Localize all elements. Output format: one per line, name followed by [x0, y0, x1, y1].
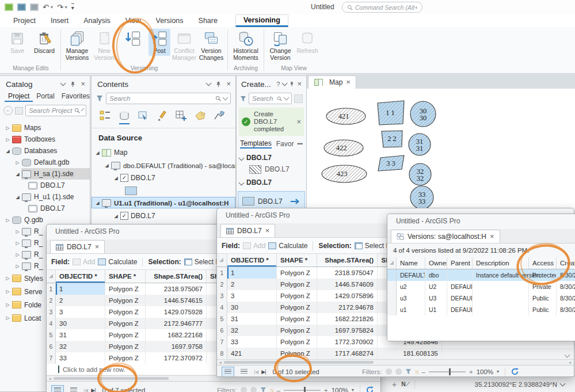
- version-row[interactable]: DEFAULTdboInstance default version.Prote…: [387, 269, 575, 281]
- paste-icon[interactable]: [294, 94, 303, 103]
- catalog-item-databases[interactable]: ◢Databases: [0, 145, 90, 157]
- form-view-button[interactable]: [238, 367, 250, 377]
- table-view-button[interactable]: [51, 385, 64, 392]
- perspective-icon[interactable]: [214, 111, 225, 121]
- next-record-icon[interactable]: ▶|: [91, 387, 95, 392]
- catalog-item-dbo-l7-2[interactable]: DBO.L7: [0, 203, 90, 214]
- version-row[interactable]: u1U1DEFAULTPublic8/30/2: [387, 304, 575, 315]
- add-field-button[interactable]: Add: [243, 242, 265, 250]
- zoom-in-icon[interactable]: +: [324, 387, 328, 392]
- filter-toggle-icon[interactable]: [250, 387, 257, 392]
- zoom-level[interactable]: 100%: [477, 368, 493, 375]
- close-icon[interactable]: ×: [81, 81, 85, 87]
- sort-icon[interactable]: ↑↓: [415, 368, 418, 375]
- create-tab-templates[interactable]: Templates: [240, 139, 272, 149]
- table1-tab[interactable]: DBO.L7×: [50, 240, 105, 253]
- zoom-dropdown-icon[interactable]: ▾: [497, 369, 499, 374]
- open-project-icon[interactable]: [17, 3, 26, 11]
- zoom-slider[interactable]: [429, 371, 466, 372]
- change-version-button[interactable]: Change Version: [267, 29, 294, 62]
- versions-tab[interactable]: Versions: sa@localhost:H×: [391, 230, 500, 243]
- catalog-tab-portal[interactable]: Portal: [33, 92, 58, 102]
- form-view-button[interactable]: [67, 385, 80, 392]
- close-icon[interactable]: ×: [297, 81, 302, 87]
- drawing-order-icon[interactable]: [100, 111, 111, 121]
- catalog-item-dbo-l7[interactable]: DBO.L7: [0, 180, 90, 191]
- first-record-icon[interactable]: |◀: [254, 369, 258, 375]
- close-icon[interactable]: ×: [95, 243, 100, 250]
- table2-tab[interactable]: DBO.L7×: [220, 224, 275, 237]
- filter-icon[interactable]: [405, 368, 412, 375]
- customize-qat-icon[interactable]: ▾: [71, 3, 74, 12]
- manage-versions-button[interactable]: Manage Versions: [64, 29, 90, 62]
- contents-item-connection2[interactable]: ◢U1.u1 (Traditional) - u1@localhost:H: [92, 197, 235, 208]
- catalog-search-input[interactable]: Search Project: [25, 105, 86, 116]
- back-icon[interactable]: ←: [3, 106, 13, 115]
- new-version-button[interactable]: New Version: [91, 29, 117, 62]
- versions-header[interactable]: Name Owner Parent Description Access Cre…: [387, 257, 575, 269]
- new-map-icon[interactable]: [5, 3, 13, 11]
- chevron-down-icon[interactable]: [60, 81, 66, 86]
- filter-toggle-icon[interactable]: [386, 368, 392, 375]
- zoom-out-icon[interactable]: –: [422, 368, 425, 375]
- conflict-manager-button[interactable]: Conflict Manager: [171, 29, 197, 62]
- zoom-out-icon[interactable]: –: [277, 387, 280, 392]
- next-record-icon[interactable]: ▶|: [261, 369, 265, 375]
- selection-icon[interactable]: [138, 111, 149, 121]
- create-tab-favorites[interactable]: Favor: [276, 140, 294, 148]
- tab-project[interactable]: Project: [6, 16, 43, 27]
- pin-icon[interactable]: [216, 81, 221, 87]
- tab-analysis[interactable]: Analysis: [76, 16, 118, 27]
- refresh-button[interactable]: Refresh: [294, 29, 321, 56]
- zoom-dropdown-icon[interactable]: ▾: [352, 387, 354, 392]
- zoom-slider[interactable]: [284, 390, 321, 391]
- add-field-button[interactable]: Add: [73, 258, 95, 266]
- tab-view[interactable]: View: [118, 16, 148, 27]
- save-button[interactable]: Save: [4, 29, 31, 56]
- filter-toggle-icon[interactable]: [395, 368, 402, 375]
- label-tag-icon[interactable]: [195, 111, 206, 121]
- contents-search-input[interactable]: Search: [106, 93, 231, 104]
- reconcile-button[interactable]: [118, 29, 148, 49]
- catalog-tab-project[interactable]: Project: [5, 92, 33, 102]
- close-icon[interactable]: ×: [346, 79, 351, 86]
- zoom-in-icon[interactable]: +: [469, 368, 473, 375]
- template-group1-header[interactable]: DBO.L7: [237, 152, 306, 163]
- close-icon[interactable]: ×: [490, 233, 494, 240]
- checkbox-checked-icon[interactable]: ✓: [120, 174, 128, 182]
- coords-dropdown-icon[interactable]: [560, 380, 566, 386]
- contents-item-layer1[interactable]: ◢✓DBO.L7: [92, 172, 235, 184]
- data-source-icon[interactable]: [119, 111, 130, 123]
- command-search-input[interactable]: Command Search (Alt+Q): [342, 2, 422, 13]
- create-search-input[interactable]: Search: [249, 93, 292, 104]
- version-row[interactable]: u2U2DEFAULTPrivate8/30/2: [387, 281, 575, 292]
- forward-arrow-icon[interactable]: [290, 198, 300, 205]
- zoom-level[interactable]: 100%: [332, 387, 348, 392]
- checkbox-checked-icon[interactable]: ✓: [120, 212, 128, 220]
- search-dropdown-icon[interactable]: [223, 95, 229, 101]
- template-item-hatched[interactable]: DBO.L7: [237, 163, 306, 175]
- dismiss-notification-icon[interactable]: ×: [296, 119, 301, 125]
- discard-button[interactable]: Discard: [31, 29, 58, 56]
- map-coordinates[interactable]: 35.2130092°E 2.9388249°N: [475, 381, 558, 388]
- catalog-item-maps[interactable]: ▷Maps: [0, 122, 90, 134]
- tab-versions[interactable]: Versions: [148, 16, 191, 27]
- contents-item-connection1[interactable]: ◢dbo.DEFAULT (Traditional) - sa@localhos…: [92, 159, 235, 172]
- catalog-item-toolboxes[interactable]: ▷Toolboxes: [0, 134, 90, 145]
- tab-share[interactable]: Share: [191, 16, 225, 27]
- help-icon[interactable]: ?: [276, 81, 280, 87]
- version-row[interactable]: u3U3DEFAULTPublic8/30/2: [387, 292, 575, 304]
- catalog-item-h-u1-sde[interactable]: ◢H_u1 (1).sde: [0, 191, 90, 203]
- filter-icon[interactable]: [96, 95, 103, 102]
- save-project-icon[interactable]: [30, 3, 39, 11]
- contents-item-map[interactable]: ◢Map: [92, 146, 235, 159]
- pan-icon[interactable]: +: [392, 380, 397, 389]
- catalog-item-h-sa-sde[interactable]: ◢H_sa (1).sde: [0, 168, 90, 180]
- filter-icon[interactable]: [240, 96, 246, 102]
- grid-add-icon[interactable]: [176, 111, 187, 121]
- calculate-button[interactable]: Calculate: [98, 258, 137, 266]
- catalog-tab-favorites[interactable]: Favorites: [58, 92, 90, 102]
- calculate-button[interactable]: Calculate: [268, 242, 307, 250]
- template-group2-header[interactable]: DBO.L7: [237, 177, 306, 188]
- pin-icon[interactable]: [70, 81, 75, 87]
